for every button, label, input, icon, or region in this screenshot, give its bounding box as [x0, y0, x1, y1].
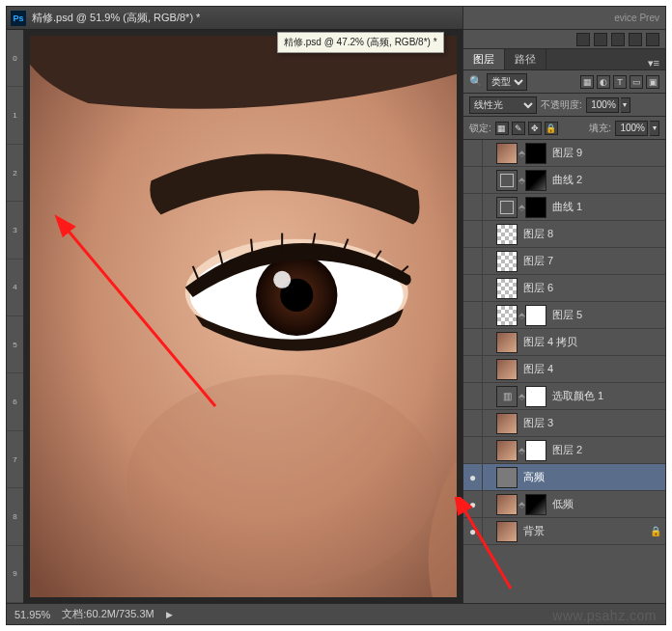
layer-row[interactable]: ⬘曲线 2	[463, 167, 665, 194]
layer-name[interactable]: 图层 4	[523, 362, 553, 376]
visibility-toggle[interactable]	[463, 248, 483, 274]
visibility-toggle[interactable]: ●	[463, 518, 483, 544]
filter-smart-icon[interactable]: ▣	[646, 75, 659, 89]
layer-thumbnail[interactable]	[496, 440, 518, 461]
lock-transparent-icon[interactable]: ▦	[495, 122, 509, 135]
layer-mask-thumbnail[interactable]	[525, 197, 546, 218]
layers-list[interactable]: ⬘图层 9⬘曲线 2⬘曲线 1图层 8图层 7图层 6⬘图层 5图层 4 拷贝图…	[463, 140, 665, 603]
layer-row[interactable]: ●背景🔒	[463, 518, 665, 545]
visibility-toggle[interactable]	[463, 302, 483, 328]
layer-row[interactable]: 图层 8	[463, 221, 665, 248]
layer-row[interactable]: 图层 3	[463, 410, 665, 437]
zoom-level[interactable]: 51.95%	[14, 609, 50, 620]
visibility-toggle[interactable]	[463, 410, 483, 436]
layer-row[interactable]: ●⬘低频	[463, 491, 665, 518]
visibility-toggle[interactable]	[463, 356, 483, 382]
canvas-wrapper[interactable]	[24, 30, 462, 603]
tab-layers[interactable]: 图层	[463, 49, 505, 69]
layer-row[interactable]: ⬘图层 9	[463, 140, 665, 167]
layer-name[interactable]: 图层 8	[523, 227, 553, 241]
layer-thumbnail[interactable]	[496, 143, 518, 164]
link-icon[interactable]: ⬘	[518, 446, 525, 455]
layer-mask-thumbnail[interactable]	[525, 494, 546, 515]
layer-mask-thumbnail[interactable]	[525, 440, 546, 461]
layer-row[interactable]: 图层 4 拷贝	[463, 329, 665, 356]
visibility-toggle[interactable]	[463, 383, 483, 409]
link-icon[interactable]: ⬘	[518, 500, 525, 509]
tab-paths[interactable]: 路径	[505, 49, 546, 69]
visibility-toggle[interactable]	[463, 329, 483, 355]
layer-thumbnail[interactable]	[496, 197, 518, 218]
layer-mask-thumbnail[interactable]	[525, 170, 546, 191]
mini-icon[interactable]	[646, 33, 659, 46]
layer-name[interactable]: 低频	[552, 497, 574, 511]
filter-type-select[interactable]: 类型	[487, 73, 527, 91]
mini-icon[interactable]	[611, 33, 625, 46]
link-icon[interactable]: ⬘	[518, 149, 525, 158]
visibility-toggle[interactable]	[463, 275, 483, 301]
visibility-toggle[interactable]	[463, 221, 483, 247]
link-icon[interactable]: ⬘	[518, 176, 525, 185]
lock-all-icon[interactable]: 🔒	[545, 122, 558, 135]
link-icon[interactable]: ⬘	[518, 311, 525, 320]
layer-mask-thumbnail[interactable]	[525, 305, 546, 326]
link-icon[interactable]: ⬘	[518, 203, 525, 212]
layer-thumbnail[interactable]	[496, 332, 518, 353]
layer-name[interactable]: 曲线 1	[552, 200, 582, 214]
layer-name[interactable]: 图层 5	[552, 308, 582, 322]
layer-thumbnail[interactable]: ▥	[496, 386, 518, 407]
layer-thumbnail[interactable]	[496, 278, 518, 299]
visibility-toggle[interactable]	[463, 437, 483, 463]
layer-thumbnail[interactable]	[496, 413, 518, 434]
filter-pixel-icon[interactable]: ▦	[580, 75, 594, 89]
filter-text-icon[interactable]: T	[613, 75, 627, 89]
layer-thumbnail[interactable]	[496, 521, 518, 542]
filter-shape-icon[interactable]: ▭	[630, 75, 643, 89]
layer-name[interactable]: 曲线 2	[552, 173, 582, 187]
search-icon[interactable]: 🔍	[469, 75, 483, 89]
layer-thumbnail[interactable]	[496, 359, 518, 380]
link-icon[interactable]: ⬘	[518, 392, 525, 401]
layer-name[interactable]: 图层 4 拷贝	[523, 335, 577, 349]
layer-thumbnail[interactable]	[496, 251, 518, 272]
layer-row[interactable]: ●高频	[463, 464, 665, 491]
layer-row[interactable]: ⬘图层 5	[463, 302, 665, 329]
layer-name[interactable]: 选取颜色 1	[552, 389, 603, 403]
layer-name[interactable]: 图层 7	[523, 254, 553, 268]
layer-row[interactable]: 图层 6	[463, 275, 665, 302]
opacity-input[interactable]	[586, 97, 619, 113]
status-chevron-icon[interactable]: ▶	[166, 610, 173, 619]
fill-dropdown-icon[interactable]: ▾	[650, 121, 659, 136]
fill-input[interactable]	[615, 121, 648, 136]
layer-row[interactable]: 图层 4	[463, 356, 665, 383]
layer-row[interactable]: ⬘图层 2	[463, 437, 665, 464]
visibility-toggle[interactable]	[463, 194, 483, 220]
layer-thumbnail[interactable]	[496, 467, 518, 488]
lock-position-icon[interactable]: ✥	[528, 122, 542, 135]
panel-menu-icon[interactable]: ▾≡	[642, 57, 665, 69]
lock-pixels-icon[interactable]: ✎	[512, 122, 525, 135]
filter-adjust-icon[interactable]: ◐	[597, 75, 610, 89]
visibility-toggle[interactable]	[463, 140, 483, 166]
layer-row[interactable]: ⬘曲线 1	[463, 194, 665, 221]
layer-thumbnail[interactable]	[496, 224, 518, 245]
layer-name[interactable]: 图层 3	[523, 416, 553, 430]
layer-name[interactable]: 背景	[523, 524, 545, 538]
layer-thumbnail[interactable]	[496, 305, 518, 326]
mini-icon[interactable]	[594, 33, 607, 46]
layer-row[interactable]: ▥⬘选取颜色 1	[463, 383, 665, 410]
layer-name[interactable]: 高频	[523, 470, 545, 484]
visibility-toggle[interactable]: ●	[463, 491, 483, 517]
layer-thumbnail[interactable]	[496, 494, 518, 515]
layer-mask-thumbnail[interactable]	[525, 386, 546, 407]
layer-name[interactable]: 图层 6	[523, 281, 553, 295]
layer-mask-thumbnail[interactable]	[525, 143, 546, 164]
blend-mode-select[interactable]: 线性光	[469, 96, 537, 114]
layer-thumbnail[interactable]	[496, 170, 518, 191]
layer-name[interactable]: 图层 2	[552, 443, 582, 457]
layer-row[interactable]: 图层 7	[463, 248, 665, 275]
opacity-dropdown-icon[interactable]: ▾	[621, 97, 630, 113]
mini-icon[interactable]	[629, 33, 642, 46]
visibility-toggle[interactable]	[463, 167, 483, 193]
visibility-toggle[interactable]: ●	[463, 464, 483, 490]
